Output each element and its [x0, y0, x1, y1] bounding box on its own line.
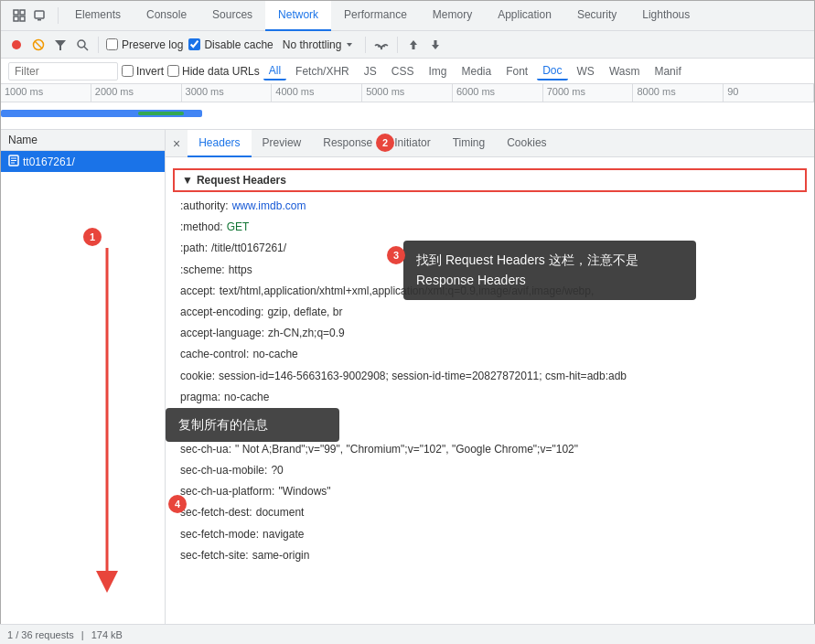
- wifi-icon[interactable]: [373, 37, 390, 53]
- devtools-tab-bar: Elements Console Sources Network Perform…: [1, 1, 814, 31]
- close-button[interactable]: ×: [166, 133, 188, 155]
- doc-icon: [8, 155, 19, 168]
- tab-network[interactable]: Network: [265, 1, 331, 31]
- svg-rect-4: [35, 11, 44, 18]
- header-name-sec-fetch-dest: sec-fetch-dest:: [180, 504, 252, 521]
- filter-js[interactable]: JS: [359, 63, 382, 80]
- tab-performance[interactable]: Performance: [331, 1, 420, 31]
- tab-console[interactable]: Console: [134, 1, 199, 31]
- timeline-ruler: 1000 ms 2000 ms 3000 ms 4000 ms 5000 ms …: [1, 84, 814, 102]
- filter-manifest[interactable]: Manif: [649, 63, 686, 80]
- header-value-method: GET: [227, 219, 250, 236]
- filter-font[interactable]: Font: [500, 63, 533, 80]
- header-value-path: /title/tt0167261/: [211, 240, 286, 257]
- search-button[interactable]: [74, 37, 91, 53]
- svg-rect-1: [20, 10, 25, 15]
- header-name-sec-ch-ua-platform: sec-ch-ua-platform:: [180, 483, 274, 500]
- request-item-tt0167261[interactable]: tt0167261/: [1, 151, 165, 172]
- filter-input[interactable]: [8, 62, 118, 80]
- hide-data-urls-label[interactable]: Hide data URLs: [167, 65, 260, 78]
- tab-response[interactable]: Response: [312, 130, 383, 157]
- header-name-sec-ch-ua: sec-ch-ua:: [180, 441, 231, 458]
- request-headers-label: Request Headers: [197, 174, 286, 187]
- tick-7000: 7000 ms: [543, 84, 634, 102]
- header-method: :method: GET: [166, 217, 814, 238]
- header-value-sec-fetch-dest: document: [256, 504, 305, 521]
- record-button[interactable]: [8, 37, 25, 53]
- invert-checkbox[interactable]: [122, 65, 134, 77]
- clear-button[interactable]: [30, 37, 47, 53]
- header-name-sec-fetch-site: sec-fetch-site:: [180, 547, 249, 564]
- header-sec-fetch-site: sec-fetch-site: same-origin: [166, 545, 814, 566]
- filter-media[interactable]: Media: [456, 63, 497, 80]
- annotation-badge-1: 1: [83, 228, 102, 246]
- tab-timing[interactable]: Timing: [442, 130, 497, 157]
- svg-line-8: [35, 41, 42, 48]
- headers-content[interactable]: ▼ Request Headers :authority: www.imdb.c…: [166, 157, 814, 643]
- disable-cache-checkbox[interactable]: [188, 38, 200, 50]
- preserve-log-label[interactable]: Preserve log: [106, 38, 183, 51]
- svg-rect-2: [14, 16, 18, 21]
- tab-sources[interactable]: Sources: [199, 1, 265, 31]
- tab-preview[interactable]: Preview: [252, 130, 313, 157]
- devtools-icons: [5, 8, 54, 23]
- tab-lighthouse[interactable]: Lighthous: [629, 1, 702, 31]
- header-sec-ch-ua-mobile: sec-ch-ua-mobile: ?0: [166, 460, 814, 481]
- tick-6000: 6000 ms: [453, 84, 543, 102]
- filter-ws[interactable]: WS: [572, 63, 600, 80]
- header-name-accept-encoding: accept-encoding:: [180, 304, 263, 321]
- tab-elements[interactable]: Elements: [62, 1, 134, 31]
- section-toggle-icon: ▼: [182, 174, 193, 187]
- header-authority: :authority: www.imdb.com: [166, 196, 814, 217]
- tooltip-copy: 复制所有的信息: [166, 408, 339, 442]
- filter-button[interactable]: [52, 37, 69, 53]
- header-value-authority: www.imdb.com: [232, 198, 306, 215]
- header-value-accept-encoding: gzip, deflate, br: [267, 304, 342, 321]
- status-divider: |: [81, 629, 84, 640]
- filter-wasm[interactable]: Wasm: [604, 63, 646, 80]
- filter-img[interactable]: Img: [423, 63, 452, 80]
- inspect-icon[interactable]: [12, 8, 27, 23]
- filter-fetch-xhr[interactable]: Fetch/XHR: [290, 63, 355, 80]
- filter-all[interactable]: All: [263, 62, 286, 80]
- svg-point-10: [78, 40, 85, 48]
- preserve-log-checkbox[interactable]: [106, 38, 118, 50]
- filter-bar: Invert Hide data URLs All Fetch/XHR JS C…: [1, 59, 814, 84]
- request-headers-section[interactable]: ▼ Request Headers: [173, 168, 807, 192]
- preserve-log-text: Preserve log: [122, 38, 183, 51]
- tab-security[interactable]: Security: [564, 1, 629, 31]
- disable-cache-text: Disable cache: [204, 38, 273, 51]
- header-name-pragma: pragma:: [180, 389, 220, 406]
- request-list: Name tt0167261/: [1, 130, 166, 643]
- hide-data-urls-checkbox[interactable]: [167, 65, 179, 77]
- tab-cookies[interactable]: Cookies: [496, 130, 557, 157]
- tab-application[interactable]: Application: [485, 1, 564, 31]
- tab-timing-label: Timing: [453, 136, 486, 149]
- tick-2000: 2000 ms: [91, 84, 182, 102]
- tick-9000: 90: [724, 84, 814, 102]
- tab-memory[interactable]: Memory: [420, 1, 485, 31]
- timeline[interactable]: 1000 ms 2000 ms 3000 ms 4000 ms 5000 ms …: [1, 84, 814, 130]
- total-size: 174 kB: [91, 629, 123, 640]
- device-toggle-icon[interactable]: [32, 8, 47, 23]
- header-cache-control: cache-control: no-cache: [166, 344, 814, 365]
- svg-line-11: [84, 47, 88, 50]
- header-name-accept: accept:: [180, 283, 216, 300]
- header-value-scheme: https: [229, 262, 252, 279]
- tooltip3-line1: 找到 Request Headers 这栏，注意不是: [416, 252, 638, 267]
- throttle-select[interactable]: No throttling: [279, 37, 359, 53]
- header-accept-language: accept-language: zh-CN,zh;q=0.9: [166, 323, 814, 344]
- svg-point-13: [381, 47, 382, 48]
- status-bar: 1 / 36 requests | 174 kB: [0, 624, 815, 644]
- header-name-method: :method:: [180, 219, 223, 236]
- tab-headers[interactable]: Headers: [188, 130, 251, 157]
- filter-css[interactable]: CSS: [386, 63, 420, 80]
- header-pragma: pragma: no-cache: [166, 387, 814, 408]
- export-button[interactable]: [427, 37, 444, 53]
- main-panel: Name tt0167261/ × Headers Preview: [1, 130, 814, 643]
- header-value-pragma: no-cache: [224, 389, 269, 406]
- disable-cache-label[interactable]: Disable cache: [188, 38, 273, 51]
- invert-label[interactable]: Invert: [122, 65, 164, 78]
- filter-doc[interactable]: Doc: [537, 62, 567, 80]
- import-button[interactable]: [405, 37, 422, 53]
